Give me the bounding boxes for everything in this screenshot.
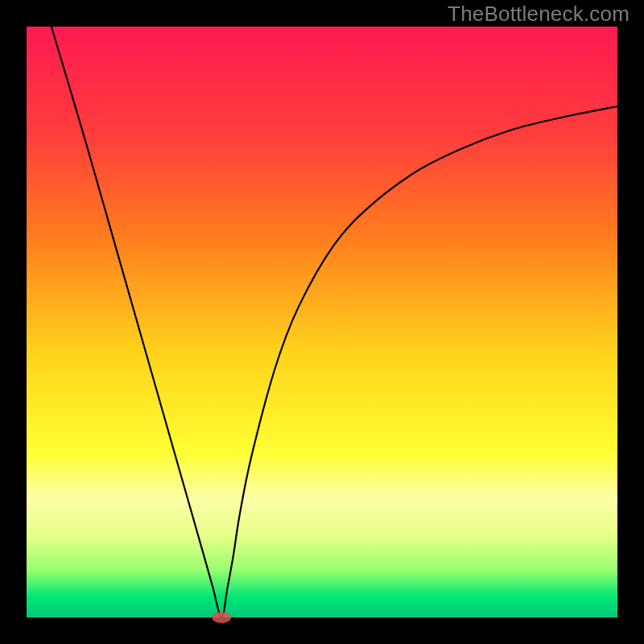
plot-background (27, 27, 617, 617)
bottleneck-chart (0, 0, 644, 644)
watermark-text: TheBottleneck.com (448, 2, 630, 27)
optimum-marker (212, 612, 231, 623)
chart-container: TheBottleneck.com (0, 0, 644, 644)
